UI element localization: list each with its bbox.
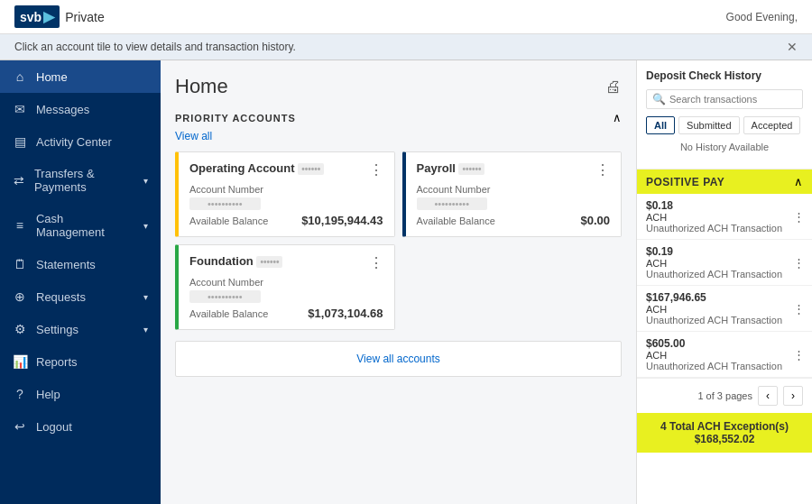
info-bar: Click an account tile to view details an… bbox=[0, 34, 812, 60]
tile-menu-dots[interactable]: ⋮ bbox=[595, 161, 610, 179]
sidebar-item-requests[interactable]: ⊕ Requests ▾ bbox=[0, 280, 161, 313]
sidebar-item-statements[interactable]: 🗒 Statements bbox=[0, 248, 161, 280]
help-icon: ? bbox=[13, 387, 27, 401]
logo-arrow: ▶ bbox=[43, 8, 54, 25]
private-label: Private bbox=[65, 10, 105, 24]
sidebar-item-reports[interactable]: 📊 Reports bbox=[0, 345, 161, 378]
main-layout: ⌂ Home ✉ Messages ▤ Activity Center ⇄ Tr… bbox=[0, 60, 812, 504]
exception-amount: $168,552.02 bbox=[646, 433, 803, 445]
logo-area: svb ▶ Private bbox=[14, 5, 105, 28]
pp-item-2: $0.19 ACH Unauthorized ACH Transaction ⋮ bbox=[637, 240, 812, 286]
svb-logo: svb ▶ bbox=[14, 5, 60, 28]
positive-pay-section: POSITIVE PAY ∧ $0.18 ACH Unauthorized AC… bbox=[637, 170, 812, 413]
content-header: Home 🖨 bbox=[175, 75, 622, 98]
tile-header: Operating Account •••••• ⋮ bbox=[189, 161, 383, 179]
account-number-row: Account Number bbox=[189, 184, 383, 195]
home-icon: ⌂ bbox=[13, 69, 27, 84]
sidebar-item-settings[interactable]: ⚙ Settings ▾ bbox=[0, 313, 161, 345]
sidebar-item-help[interactable]: ? Help bbox=[0, 378, 161, 410]
account-tile-foundation[interactable]: Foundation •••••• ⋮ Account Number •••••… bbox=[175, 244, 395, 330]
right-panel: Deposit Check History 🔍 All Submitted Ac… bbox=[636, 60, 812, 504]
sidebar-item-home[interactable]: ⌂ Home bbox=[0, 60, 161, 93]
info-bar-close[interactable]: ✕ bbox=[787, 40, 798, 54]
tile-menu-dots[interactable]: ⋮ bbox=[369, 254, 383, 271]
filter-all[interactable]: All bbox=[646, 116, 675, 134]
pp-item-dots[interactable]: ⋮ bbox=[793, 256, 805, 270]
sidebar-item-label: Transfers & Payments bbox=[34, 167, 134, 194]
sidebar: ⌂ Home ✉ Messages ▤ Activity Center ⇄ Tr… bbox=[0, 60, 161, 504]
account-number-row: Account Number bbox=[189, 277, 383, 288]
account-name: Operating Account •••••• bbox=[189, 161, 324, 175]
account-tile-operating[interactable]: Operating Account •••••• ⋮ Account Numbe… bbox=[175, 151, 395, 237]
account-number-row: Account Number bbox=[417, 184, 611, 195]
sidebar-item-label: Activity Center bbox=[36, 135, 112, 149]
statements-icon: 🗒 bbox=[13, 257, 27, 271]
pp-item-dots[interactable]: ⋮ bbox=[793, 348, 805, 362]
exception-bar[interactable]: 4 Total ACH Exception(s) $168,552.02 bbox=[637, 413, 812, 453]
account-number-value: •••••••••• bbox=[417, 197, 488, 210]
search-box[interactable]: 🔍 bbox=[646, 89, 803, 109]
collapse-icon[interactable]: ∧ bbox=[613, 111, 622, 124]
filter-accepted[interactable]: Accepted bbox=[743, 116, 801, 134]
print-icon[interactable]: 🖨 bbox=[605, 78, 622, 96]
pp-description: Unauthorized ACH Transaction bbox=[646, 223, 803, 234]
next-page-button[interactable]: › bbox=[783, 386, 803, 406]
search-input[interactable] bbox=[669, 94, 797, 105]
chevron-down-icon: ▾ bbox=[143, 292, 148, 302]
deposit-section-title: Deposit Check History bbox=[646, 69, 803, 82]
pp-item-dots[interactable]: ⋮ bbox=[793, 210, 805, 224]
pagination-text: 1 of 3 pages bbox=[697, 390, 752, 401]
account-name: Payroll •••••• bbox=[417, 161, 485, 175]
pp-amount: $605.00 bbox=[646, 337, 803, 350]
sidebar-item-label: Requests bbox=[36, 290, 86, 304]
app-header: svb ▶ Private Good Evening, bbox=[0, 0, 812, 34]
view-all-accounts-link[interactable]: View all accounts bbox=[175, 341, 622, 377]
balance-label: Available Balance bbox=[189, 308, 268, 319]
sidebar-item-label: Help bbox=[36, 388, 60, 401]
filter-buttons: All Submitted Accepted bbox=[646, 116, 803, 134]
balance-value: $10,195,944.43 bbox=[301, 214, 383, 227]
requests-icon: ⊕ bbox=[13, 289, 27, 304]
main-content: Home 🖨 PRIORITY ACCOUNTS ∧ View all Oper… bbox=[161, 60, 636, 504]
prev-page-button[interactable]: ‹ bbox=[758, 386, 778, 406]
search-icon: 🔍 bbox=[652, 93, 666, 105]
pagination: 1 of 3 pages ‹ › bbox=[637, 378, 812, 413]
balance-row: Available Balance $1,073,104.68 bbox=[189, 307, 383, 320]
reports-icon: 📊 bbox=[13, 354, 27, 369]
activity-icon: ▤ bbox=[13, 134, 27, 149]
tile-header: Foundation •••••• ⋮ bbox=[189, 254, 383, 271]
balance-label: Available Balance bbox=[189, 215, 268, 226]
sidebar-item-transfers-payments[interactable]: ⇄ Transfers & Payments ▾ bbox=[0, 158, 161, 203]
filter-submitted[interactable]: Submitted bbox=[678, 116, 740, 134]
account-tile-payroll[interactable]: Payroll •••••• ⋮ Account Number ••••••••… bbox=[402, 151, 623, 237]
exception-text: 4 Total ACH Exception(s) bbox=[646, 420, 803, 433]
sidebar-item-logout[interactable]: ↩ Logout bbox=[0, 410, 161, 443]
chevron-down-icon: ▾ bbox=[143, 221, 148, 231]
pp-item-dots[interactable]: ⋮ bbox=[793, 302, 805, 316]
chevron-down-icon: ▾ bbox=[143, 176, 148, 186]
sidebar-item-label: Reports bbox=[36, 355, 78, 369]
pp-item-1: $0.18 ACH Unauthorized ACH Transaction ⋮ bbox=[637, 194, 812, 240]
tile-menu-dots[interactable]: ⋮ bbox=[369, 161, 383, 179]
pp-item-3: $167,946.65 ACH Unauthorized ACH Transac… bbox=[637, 286, 812, 332]
settings-icon: ⚙ bbox=[13, 322, 27, 336]
account-tiles: Operating Account •••••• ⋮ Account Numbe… bbox=[175, 151, 622, 330]
sidebar-item-label: Logout bbox=[36, 420, 72, 434]
sidebar-item-activity-center[interactable]: ▤ Activity Center bbox=[0, 125, 161, 158]
account-number-value: •••••••••• bbox=[189, 197, 261, 210]
messages-icon: ✉ bbox=[13, 102, 27, 116]
logout-icon: ↩ bbox=[13, 419, 27, 434]
pp-type: ACH bbox=[646, 258, 803, 269]
priority-accounts-header: PRIORITY ACCOUNTS ∧ bbox=[175, 111, 622, 124]
cash-icon: ≡ bbox=[13, 218, 27, 233]
sidebar-item-messages[interactable]: ✉ Messages bbox=[0, 93, 161, 125]
svb-text: svb bbox=[20, 10, 42, 24]
chevron-down-icon: ▾ bbox=[143, 325, 148, 334]
sidebar-item-cash-management[interactable]: ≡ Cash Management ▾ bbox=[0, 203, 161, 248]
view-all-link[interactable]: View all bbox=[175, 130, 622, 142]
deposit-check-section: Deposit Check History 🔍 All Submitted Ac… bbox=[637, 60, 812, 170]
page-title: Home bbox=[175, 75, 228, 98]
sidebar-item-label: Settings bbox=[36, 323, 78, 336]
collapse-icon[interactable]: ∧ bbox=[794, 175, 803, 188]
balance-value: $1,073,104.68 bbox=[308, 307, 383, 320]
